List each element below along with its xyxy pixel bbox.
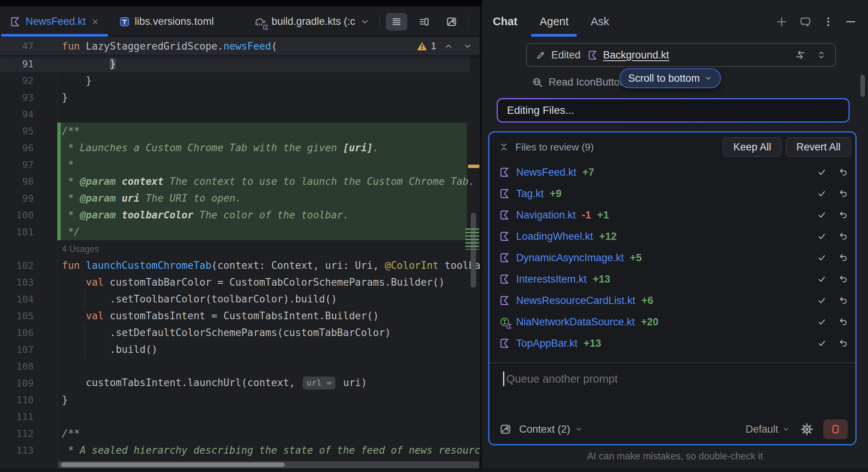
code-text[interactable]: .setToolbarColor(toolbarColor).build() xyxy=(57,293,480,305)
line-number[interactable]: 96 xyxy=(0,142,57,154)
line-number[interactable]: 106 xyxy=(0,327,57,338)
file-review-row[interactable]: NewsFeed.kt+7 xyxy=(489,162,855,183)
tab-build-gradle-kts[interactable]: build.gradle.kts (:c xyxy=(244,6,379,37)
design-view-button[interactable] xyxy=(441,13,462,31)
code-text[interactable]: /** xyxy=(57,125,480,137)
revert-all-button[interactable]: Revert All xyxy=(786,137,851,157)
code-text[interactable]: fun launchCustomChromeTab(context: Conte… xyxy=(57,260,480,271)
revert-file-button[interactable] xyxy=(839,210,848,220)
code-text[interactable]: * xyxy=(57,159,480,170)
line-number[interactable]: 100 xyxy=(0,210,57,221)
show-diff-icon[interactable] xyxy=(795,49,806,61)
code-text[interactable]: * A sealed hierarchy describing the stat… xyxy=(57,445,480,456)
line-number[interactable]: 107 xyxy=(0,344,57,355)
line-number[interactable]: 104 xyxy=(0,294,57,305)
revert-file-button[interactable] xyxy=(839,317,848,327)
warning-count[interactable]: 1 xyxy=(431,40,436,52)
edited-file-card[interactable]: Edited Background.kt xyxy=(526,43,836,67)
code-editor[interactable]: 91 }92 }93}9495/**96 * Launches a Custom… xyxy=(0,55,480,459)
file-link[interactable]: LoadingWheel.kt xyxy=(516,231,593,242)
line-number[interactable]: 93 xyxy=(0,92,57,103)
revert-file-button[interactable] xyxy=(839,253,848,262)
file-link[interactable]: Navigation.kt xyxy=(516,209,576,221)
code-text[interactable]: } xyxy=(57,58,480,70)
inlay-hint[interactable]: url = xyxy=(303,377,335,390)
warning-icon[interactable] xyxy=(417,41,427,51)
close-tab-icon[interactable] xyxy=(91,18,99,26)
code-text[interactable]: /** xyxy=(57,428,480,439)
file-link[interactable]: NewsResourceCardList.kt xyxy=(516,295,635,307)
code-text[interactable]: .build() xyxy=(57,344,480,355)
stop-button[interactable] xyxy=(823,419,848,439)
line-number[interactable]: 91 xyxy=(0,58,57,70)
tab-libs-versions-toml[interactable]: libs.versions.toml xyxy=(109,6,224,37)
line-number[interactable]: 109 xyxy=(0,378,57,389)
chevron-down-icon[interactable] xyxy=(782,425,790,433)
context-button[interactable]: Context (2) xyxy=(519,424,570,435)
file-review-row[interactable]: LoadingWheel.kt+12 xyxy=(489,226,855,247)
code-text[interactable]: } xyxy=(57,92,480,103)
revert-file-button[interactable] xyxy=(839,232,848,241)
code-text[interactable]: * @param uri The URI to open. xyxy=(57,192,480,204)
code-view-button[interactable] xyxy=(386,13,407,31)
file-link[interactable]: NiaNetworkDataSource.kt xyxy=(516,316,635,328)
revert-file-button[interactable] xyxy=(839,168,848,177)
code-text[interactable]: } xyxy=(57,75,480,86)
chat-history-icon[interactable] xyxy=(799,16,811,28)
hide-panel-icon[interactable] xyxy=(845,16,857,27)
code-text[interactable]: */ xyxy=(57,226,480,238)
scroll-to-bottom-button[interactable]: Scroll to bottom xyxy=(619,68,721,88)
file-link[interactable]: DynamicAsyncImage.kt xyxy=(516,252,624,264)
keep-all-button[interactable]: Keep All xyxy=(723,137,781,157)
revert-file-button[interactable] xyxy=(839,339,848,348)
editor-horizontal-scrollbar[interactable] xyxy=(58,461,479,468)
line-number[interactable]: 97 xyxy=(0,159,57,170)
file-link[interactable]: TopAppBar.kt xyxy=(516,338,578,349)
revert-file-button[interactable] xyxy=(839,296,848,305)
file-review-row[interactable]: NiaNetworkDataSource.kt+20 xyxy=(489,311,855,333)
line-number[interactable]: 105 xyxy=(0,310,57,322)
tab-ask[interactable]: Ask xyxy=(591,6,609,37)
gear-icon[interactable] xyxy=(800,423,813,436)
kebab-menu-icon[interactable] xyxy=(823,16,834,27)
expand-collapse-icon[interactable] xyxy=(817,50,826,60)
split-view-button[interactable] xyxy=(413,13,435,31)
file-review-row[interactable]: Navigation.kt-1+1 xyxy=(489,204,855,226)
keep-file-button[interactable] xyxy=(817,275,826,284)
line-number[interactable]: 99 xyxy=(0,193,57,204)
editor-vertical-scrollbar[interactable] xyxy=(471,213,476,288)
code-text[interactable]: val customTabBarColor = CustomTabColorSc… xyxy=(57,276,480,288)
line-number[interactable]: 108 xyxy=(0,361,57,372)
code-text[interactable]: * Launches a Custom Chrome Tab with the … xyxy=(57,142,480,154)
line-number[interactable]: 111 xyxy=(0,411,57,422)
file-review-row[interactable]: NewsResourceCardList.kt+6 xyxy=(489,290,855,311)
next-problem-icon[interactable] xyxy=(463,42,472,51)
sticky-context-line[interactable]: 47 fun LazyStaggeredGridScope.newsFeed( … xyxy=(0,37,480,55)
file-review-row[interactable]: DynamicAsyncImage.kt+5 xyxy=(489,247,855,268)
line-number[interactable]: 95 xyxy=(0,126,57,137)
new-chat-icon[interactable] xyxy=(776,16,788,28)
tab-chat[interactable]: Chat xyxy=(493,6,517,37)
file-link[interactable]: NewsFeed.kt xyxy=(516,166,577,178)
code-text[interactable]: } xyxy=(57,394,480,406)
tab-newsfeed-kt[interactable]: NewsFeed.kt xyxy=(0,6,109,37)
line-number[interactable]: 113 xyxy=(0,445,57,456)
model-selector[interactable]: Default xyxy=(745,424,778,435)
code-text[interactable]: * @param context The context to use to l… xyxy=(57,176,480,187)
edited-file-link[interactable]: Background.kt xyxy=(603,49,669,61)
line-number[interactable]: 102 xyxy=(0,260,57,271)
keep-file-button[interactable] xyxy=(817,210,826,220)
chevron-down-icon[interactable] xyxy=(575,425,583,433)
revert-file-button[interactable] xyxy=(839,275,848,284)
tab-agent[interactable]: Agent xyxy=(539,6,568,37)
chevron-down-icon[interactable] xyxy=(360,17,369,26)
keep-file-button[interactable] xyxy=(817,232,826,241)
scrollbar-warning-mark[interactable] xyxy=(468,165,479,168)
keep-file-button[interactable] xyxy=(817,317,826,327)
line-number[interactable]: 112 xyxy=(0,428,57,439)
code-text[interactable]: 4 Usages xyxy=(57,243,480,254)
keep-file-button[interactable] xyxy=(817,189,826,198)
line-number[interactable]: 101 xyxy=(0,226,57,238)
keep-file-button[interactable] xyxy=(817,168,826,177)
file-link[interactable]: Tag.kt xyxy=(516,188,544,200)
